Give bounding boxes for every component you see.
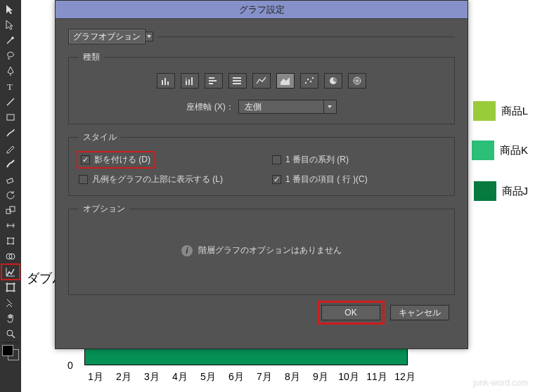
svg-rect-2 bbox=[7, 115, 14, 120]
type-tool-icon[interactable]: T bbox=[1, 79, 20, 94]
axis-select[interactable]: 左側 bbox=[238, 100, 337, 114]
button-label: OK bbox=[344, 308, 356, 318]
dropdown-label: グラフオプション bbox=[73, 31, 141, 43]
graph-type-column-icon[interactable] bbox=[157, 73, 175, 89]
rotate-tool-icon[interactable] bbox=[1, 187, 20, 202]
svg-rect-27 bbox=[209, 77, 214, 79]
checkbox-checked-icon: ✓ bbox=[272, 175, 281, 184]
watermark: junk-word.com bbox=[473, 378, 528, 388]
graph-type-stacked-bar-icon[interactable] bbox=[228, 73, 247, 89]
month-label: 7月 bbox=[250, 371, 278, 384]
brush-tool-icon[interactable] bbox=[1, 125, 20, 141]
pen-tool-icon[interactable] bbox=[1, 63, 20, 79]
line-tool-icon[interactable] bbox=[1, 94, 20, 110]
type-legend: 種類 bbox=[79, 51, 104, 63]
graph-type-scatter-icon[interactable] bbox=[300, 73, 318, 89]
month-label: 3月 bbox=[138, 371, 166, 384]
dialog-title: グラフ設定 bbox=[56, 1, 468, 19]
graph-options-dropdown[interactable]: グラフオプション bbox=[68, 29, 146, 44]
legend-item: 商品J bbox=[474, 181, 529, 201]
checkbox-label: 1 番目の項目 ( 行 )(C) bbox=[285, 174, 368, 185]
checkbox-label: 1 番目の系列 (R) bbox=[285, 154, 349, 166]
month-label: 6月 bbox=[222, 371, 250, 384]
select-value: 左側 bbox=[245, 101, 262, 113]
pencil-tool-icon[interactable] bbox=[1, 141, 20, 156]
rectangle-tool-icon[interactable] bbox=[1, 110, 20, 125]
shadow-checkbox[interactable]: ✓ 影を付ける (D) bbox=[81, 154, 150, 166]
style-fieldset: スタイル ✓ 影を付ける (D) 1 番目の系列 (R) 凡 bbox=[68, 131, 455, 196]
dropdown-arrow-icon[interactable] bbox=[145, 32, 153, 41]
shape-builder-tool-icon[interactable] bbox=[1, 249, 20, 264]
lasso-tool-icon[interactable] bbox=[1, 48, 20, 63]
svg-rect-24 bbox=[186, 78, 187, 81]
svg-line-1 bbox=[7, 98, 14, 105]
checkbox-label: 凡例をグラフの上部に表示する (L) bbox=[92, 174, 223, 185]
cancel-button[interactable]: キャンセル bbox=[390, 305, 449, 320]
month-label: 12月 bbox=[391, 371, 419, 384]
zoom-tool-icon[interactable] bbox=[1, 326, 20, 341]
blob-brush-tool-icon[interactable] bbox=[1, 156, 20, 171]
chart-zero-label: 0 bbox=[67, 360, 73, 371]
graph-type-area-icon[interactable] bbox=[276, 73, 295, 89]
legend-top-checkbox[interactable]: 凡例をグラフの上部に表示する (L) bbox=[79, 174, 251, 185]
graph-tool-icon[interactable] bbox=[1, 264, 20, 280]
legend-swatch bbox=[473, 101, 496, 121]
slice-tool-icon[interactable] bbox=[1, 295, 20, 311]
color-swatches[interactable] bbox=[2, 345, 19, 360]
wand-tool-icon[interactable] bbox=[1, 32, 20, 48]
legend-label: 商品L bbox=[501, 105, 528, 118]
checkbox-label: 影を付ける (D) bbox=[94, 154, 150, 166]
first-series-checkbox[interactable]: 1 番目の系列 (R) bbox=[272, 153, 444, 166]
svg-rect-28 bbox=[209, 80, 217, 81]
options-legend: オプション bbox=[79, 203, 129, 215]
svg-rect-29 bbox=[209, 83, 213, 84]
svg-point-10 bbox=[13, 243, 14, 244]
graph-type-pie-icon[interactable] bbox=[324, 73, 342, 89]
artboard-tool-icon[interactable] bbox=[1, 280, 20, 295]
svg-rect-21 bbox=[165, 78, 166, 85]
graph-type-stacked-column-icon[interactable] bbox=[181, 73, 199, 89]
scale-tool-icon[interactable] bbox=[1, 202, 20, 218]
legend-swatch bbox=[472, 141, 494, 160]
eraser-tool-icon[interactable] bbox=[1, 171, 20, 187]
width-tool-icon[interactable] bbox=[1, 218, 20, 233]
svg-point-7 bbox=[7, 237, 8, 239]
button-label: キャンセル bbox=[399, 307, 441, 319]
divider bbox=[157, 37, 455, 37]
chevron-down-icon bbox=[323, 100, 336, 113]
type-fieldset: 種類 bbox=[68, 51, 455, 124]
svg-point-35 bbox=[310, 81, 311, 82]
tools-panel: T bbox=[0, 0, 21, 392]
free-transform-tool-icon[interactable] bbox=[1, 233, 20, 249]
svg-rect-22 bbox=[167, 81, 169, 85]
month-label: 9月 bbox=[307, 371, 335, 384]
legend-item: 商品K bbox=[472, 141, 528, 160]
month-label: 4月 bbox=[166, 371, 194, 384]
svg-point-18 bbox=[7, 330, 13, 336]
month-label: 10月 bbox=[335, 371, 363, 384]
graph-type-radar-icon[interactable] bbox=[348, 73, 366, 89]
hand-tool-icon[interactable] bbox=[1, 311, 20, 326]
svg-point-9 bbox=[7, 243, 8, 244]
svg-rect-3 bbox=[7, 178, 13, 183]
ok-button[interactable]: OK bbox=[321, 305, 380, 320]
month-label: 11月 bbox=[363, 371, 391, 384]
svg-point-33 bbox=[305, 82, 307, 84]
month-label: 2月 bbox=[110, 371, 138, 384]
style-legend: スタイル bbox=[79, 131, 121, 143]
checkbox-checked-icon: ✓ bbox=[81, 155, 90, 164]
graph-type-bar-icon[interactable] bbox=[205, 73, 223, 89]
svg-point-34 bbox=[307, 79, 309, 80]
svg-point-8 bbox=[13, 237, 14, 239]
legend-item: 商品L bbox=[473, 101, 528, 121]
graph-type-line-icon[interactable] bbox=[252, 73, 271, 89]
legend-label: 商品J bbox=[502, 185, 529, 198]
legend-label: 商品K bbox=[500, 144, 528, 157]
month-label: 1月 bbox=[82, 371, 110, 384]
move-tool-icon[interactable] bbox=[1, 1, 20, 17]
svg-rect-6 bbox=[8, 238, 13, 244]
svg-rect-26 bbox=[191, 77, 193, 85]
first-item-checkbox[interactable]: ✓ 1 番目の項目 ( 行 )(C) bbox=[272, 174, 444, 185]
svg-point-36 bbox=[312, 77, 314, 79]
direct-select-tool-icon[interactable] bbox=[1, 17, 20, 32]
